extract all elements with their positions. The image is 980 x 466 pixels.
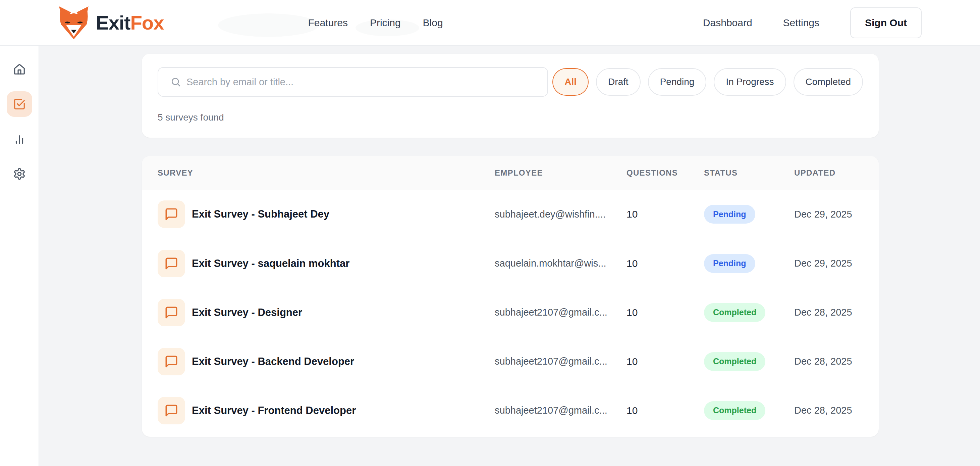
nav-link-blog[interactable]: Blog [423,17,443,29]
questions-count: 10 [627,356,704,367]
message-square-icon [164,354,178,369]
status-badge: Completed [704,352,765,371]
main-content: All Draft Pending In Progress Completed … [39,46,980,466]
brand-name: ExitFox [96,11,164,34]
top-header: ExitFox Features Pricing Blog Dashboard … [0,0,980,46]
survey-icon-box [158,299,185,326]
updated-date: Dec 28, 2025 [794,405,863,416]
questions-count: 10 [627,307,704,318]
updated-date: Dec 29, 2025 [794,209,863,220]
message-square-icon [164,207,178,221]
home-icon [13,63,26,75]
message-square-icon [164,404,178,418]
message-square-icon [164,257,178,271]
sign-out-button[interactable]: Sign Out [850,7,922,38]
column-header-updated: Updated [794,168,863,177]
surveys-table: Survey Employee Questions Status Updated… [142,156,879,437]
sidebar-item-home[interactable] [7,56,32,82]
column-header-survey: Survey [158,168,495,177]
status-filter-pills: All Draft Pending In Progress Completed [552,68,863,96]
brand-logo[interactable]: ExitFox [56,5,164,40]
filter-pill-draft[interactable]: Draft [596,68,641,96]
search-box [158,67,548,97]
updated-date: Dec 29, 2025 [794,258,863,269]
search-filter-card: All Draft Pending In Progress Completed … [142,54,879,138]
sidebar-item-settings[interactable] [7,161,32,187]
decorative-blob [355,19,419,36]
questions-count: 10 [627,405,704,416]
search-icon [170,77,181,87]
left-sidebar [0,46,39,466]
table-row[interactable]: Exit Survey - Subhajeet Dey subhajeet.de… [142,190,879,239]
table-row[interactable]: Exit Survey - Frontend Developer subhaje… [142,386,879,435]
check-square-icon [13,98,26,110]
status-badge: Pending [704,254,755,273]
employee-email: saquelain.mokhtar@wis... [495,258,627,269]
message-square-icon [164,305,178,320]
column-header-status: Status [704,168,794,177]
nav-link-settings[interactable]: Settings [783,17,819,29]
column-header-employee: Employee [495,168,627,177]
employee-email: subhajeet2107@gmail.c... [495,405,627,416]
table-row[interactable]: Exit Survey - saquelain mokhtar saquelai… [142,239,879,288]
bar-chart-icon [13,132,26,145]
status-badge: Completed [704,401,765,420]
updated-date: Dec 28, 2025 [794,307,863,318]
employee-email: subhajeet2107@gmail.c... [495,307,627,318]
status-badge: Completed [704,303,765,322]
sidebar-item-analytics[interactable] [7,126,32,152]
table-header-row: Survey Employee Questions Status Updated [142,156,879,190]
account-nav: Dashboard Settings Sign Out [703,7,922,38]
filter-pill-pending[interactable]: Pending [648,68,707,96]
column-header-questions: Questions [627,168,704,177]
survey-icon-box [158,250,185,277]
status-badge: Pending [704,205,755,223]
fox-logo-icon [56,5,91,40]
survey-title: Exit Survey - Designer [192,306,302,319]
survey-title: Exit Survey - Frontend Developer [192,405,356,417]
table-row[interactable]: Exit Survey - Designer subhajeet2107@gma… [142,288,879,337]
search-input[interactable] [158,67,548,97]
gear-icon [13,168,26,180]
filter-pill-completed[interactable]: Completed [794,68,863,96]
survey-icon-box [158,397,185,425]
filter-pill-all[interactable]: All [552,68,589,96]
results-count: 5 surveys found [158,112,863,123]
decorative-blob [218,13,319,37]
survey-title: Exit Survey - Backend Developer [192,356,354,368]
employee-email: subhajeet2107@gmail.c... [495,356,627,367]
nav-link-dashboard[interactable]: Dashboard [703,17,752,29]
survey-title: Exit Survey - saquelain mokhtar [192,257,350,270]
questions-count: 10 [627,209,704,220]
survey-title: Exit Survey - Subhajeet Dey [192,208,329,220]
table-row[interactable]: Exit Survey - Backend Developer subhajee… [142,337,879,386]
survey-icon-box [158,200,185,228]
filter-pill-in-progress[interactable]: In Progress [714,68,786,96]
sidebar-item-surveys[interactable] [7,91,32,117]
questions-count: 10 [627,258,704,269]
survey-icon-box [158,348,185,375]
employee-email: subhajeet.dey@wishfin.... [495,209,627,220]
updated-date: Dec 28, 2025 [794,356,863,367]
